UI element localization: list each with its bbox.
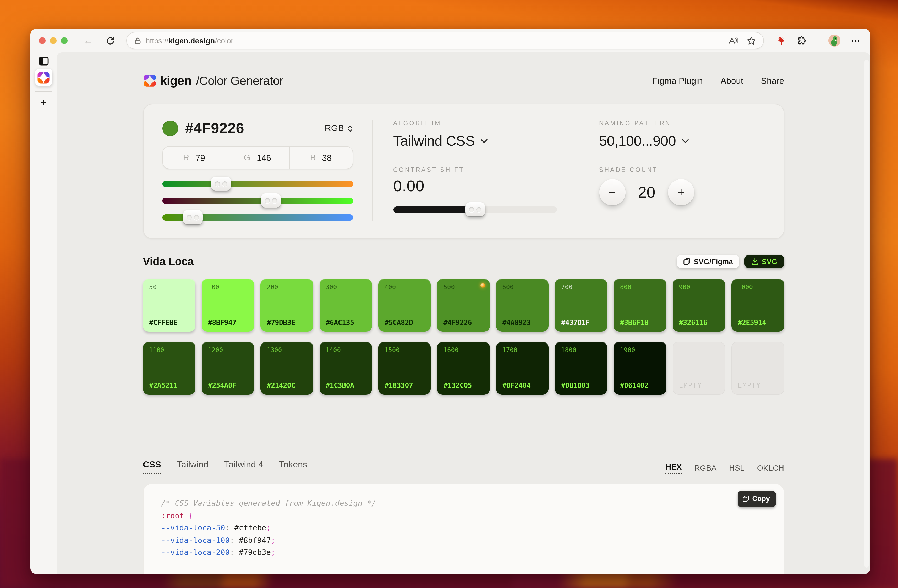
swatch-1400[interactable]: 1400#1C3B0A <box>319 342 372 395</box>
slider-thumb-contrast[interactable] <box>465 202 485 216</box>
puzzle-extensions-icon[interactable] <box>797 36 806 45</box>
shade-count-stepper: − 20 + <box>599 179 763 205</box>
close-window-button[interactable] <box>39 37 46 44</box>
slider-thumb-r[interactable] <box>211 177 231 191</box>
algorithm-select[interactable]: Tailwind CSS <box>393 133 557 149</box>
new-tab-button[interactable]: + <box>40 97 47 108</box>
swatch-100[interactable]: 100#8BF947 <box>202 279 254 332</box>
swatch-hex-value: #437D1F <box>561 318 601 326</box>
copy-code-button[interactable]: Copy <box>738 491 776 507</box>
address-bar[interactable]: https://kigen.design/color <box>126 32 764 49</box>
swatch-hex-value: #132C05 <box>443 381 484 389</box>
maple-leaf-extension-icon[interactable] <box>777 36 786 45</box>
swatch-shade-number: 1400 <box>326 346 366 354</box>
brand-name[interactable]: kigen <box>160 73 191 88</box>
code-line: --vida-loca-50: #cffebe; <box>161 522 766 534</box>
naming-column: NAMING PATTERN 50,100...900 SHADE COUNT … <box>578 120 784 221</box>
nav-link-share[interactable]: Share <box>761 76 784 86</box>
empty-label: EMPTY <box>679 382 719 389</box>
favorite-star-icon[interactable] <box>747 36 756 45</box>
back-icon[interactable]: ← <box>83 35 93 46</box>
red-slider[interactable] <box>162 181 353 187</box>
site-nav: Figma PluginAboutShare <box>652 76 784 86</box>
decrease-shades-button[interactable]: − <box>599 179 625 205</box>
slider-thumb-b[interactable] <box>183 210 203 224</box>
swatch-50[interactable]: 50#CFFEBE <box>143 279 195 332</box>
swatch-shade-number: 1700 <box>502 346 542 354</box>
swatch-200[interactable]: 200#79DB3E <box>260 279 313 332</box>
color-input-column: #4F9226 RGB R79G146B38 <box>143 120 372 221</box>
color-mode-select[interactable]: RGB <box>324 123 353 134</box>
channel-r-field[interactable]: R79 <box>163 147 226 169</box>
channel-label: B <box>310 153 316 162</box>
swatch-hex-value: #5CA82D <box>384 318 424 326</box>
green-slider[interactable] <box>162 197 353 204</box>
swatch-300[interactable]: 300#6AC135 <box>319 279 372 332</box>
swatch-1200[interactable]: 1200#254A0F <box>202 342 254 395</box>
swatch-shade-number: 100 <box>208 283 248 291</box>
zoom-window-button[interactable] <box>61 37 68 44</box>
algorithm-column: ALGORITHM Tailwind CSS CONTRAST SHIFT 0.… <box>372 120 578 221</box>
increase-shades-button[interactable]: + <box>668 179 694 205</box>
copy-svg-figma-button[interactable]: SVG/Figma <box>677 255 739 268</box>
swatch-900[interactable]: 900#326116 <box>673 279 725 332</box>
code-lines: /* CSS Variables generated from Kigen.de… <box>161 497 766 559</box>
swatch-1700[interactable]: 1700#0F2404 <box>496 342 549 395</box>
more-menu-icon[interactable]: ••• <box>852 37 861 44</box>
tab-tokens[interactable]: Tokens <box>279 460 307 474</box>
nav-link-about[interactable]: About <box>721 76 743 86</box>
swatch-shade-number: 1800 <box>561 346 601 354</box>
naming-select[interactable]: 50,100...900 <box>599 133 763 149</box>
swatch-shade-number: 1100 <box>149 346 189 354</box>
contrast-slider[interactable] <box>393 206 557 213</box>
active-tab-favicon[interactable] <box>35 69 52 86</box>
read-aloud-icon[interactable] <box>729 36 738 45</box>
swatch-600[interactable]: 600#4A8923 <box>496 279 549 332</box>
channel-b-field[interactable]: B38 <box>289 147 352 169</box>
slider-thumb-g[interactable] <box>261 193 281 208</box>
swatch-1800[interactable]: 1800#0B1D03 <box>555 342 607 395</box>
palette-name[interactable]: Vida Loca <box>143 255 194 268</box>
channel-g-field[interactable]: G146 <box>226 147 289 169</box>
swatch-1100[interactable]: 1100#2A5211 <box>143 342 195 395</box>
algorithm-label: ALGORITHM <box>393 120 557 126</box>
swatch-1000[interactable]: 1000#2E5914 <box>731 279 784 332</box>
swatch-empty: EMPTY <box>731 342 784 395</box>
format-hsl[interactable]: HSL <box>729 463 744 474</box>
tab-tailwind-4[interactable]: Tailwind 4 <box>224 460 263 474</box>
minimize-window-button[interactable] <box>50 37 57 44</box>
code-line: :root { <box>161 509 766 522</box>
traffic-lights <box>39 37 68 44</box>
swatch-shade-number: 1300 <box>267 346 307 354</box>
swatch-500[interactable]: 500#4F9226 <box>437 279 490 332</box>
browser-toolbar: ← https://kigen.design/color <box>31 29 870 52</box>
swatch-400[interactable]: 400#5CA82D <box>378 279 431 332</box>
download-svg-button[interactable]: SVG <box>744 255 784 268</box>
reload-icon[interactable] <box>106 36 115 45</box>
swatch-hex-value: #0B1D03 <box>561 381 601 389</box>
blue-slider[interactable] <box>162 214 353 221</box>
channel-value: 79 <box>195 153 205 163</box>
vertical-tab-strip: + <box>31 52 57 574</box>
swatch-1900[interactable]: 1900#061402 <box>614 342 666 395</box>
kigen-logo-icon[interactable] <box>143 74 156 88</box>
swatch-1600[interactable]: 1600#132C05 <box>437 342 490 395</box>
profile-avatar[interactable] <box>829 35 841 47</box>
format-oklch[interactable]: OKLCH <box>757 463 784 474</box>
swatch-1300[interactable]: 1300#21420C <box>260 342 313 395</box>
swatch-hex-value: #1C3B0A <box>326 381 366 389</box>
swatch-800[interactable]: 800#3B6F1B <box>614 279 666 332</box>
tab-tailwind[interactable]: Tailwind <box>177 460 209 474</box>
swatch-1500[interactable]: 1500#183307 <box>378 342 431 395</box>
current-hex-value[interactable]: #4F9226 <box>185 120 244 137</box>
format-rgba[interactable]: RGBA <box>694 463 717 474</box>
swatch-hex-value: #21420C <box>267 381 307 389</box>
nav-link-figma-plugin[interactable]: Figma Plugin <box>652 76 703 86</box>
format-hex[interactable]: HEX <box>666 462 682 474</box>
screen: ← https://kigen.design/color <box>0 0 898 588</box>
swatch-700[interactable]: 700#437D1F <box>555 279 607 332</box>
page-scrollbar[interactable] <box>864 60 869 568</box>
current-color-dot <box>162 120 178 136</box>
sidebar-toggle-icon[interactable] <box>38 57 48 66</box>
tab-css[interactable]: CSS <box>143 460 161 474</box>
